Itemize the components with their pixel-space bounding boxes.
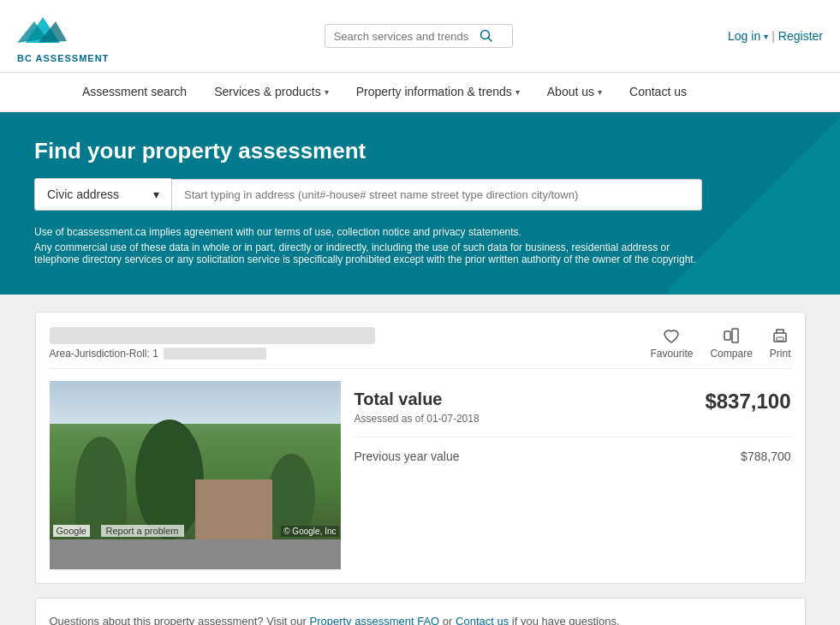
- main-content: Area-Jurisdiction-Roll: 1 Favourite: [35, 312, 806, 625]
- chevron-down-icon: ▾: [598, 87, 602, 97]
- nav-item-about-us[interactable]: About us ▾: [533, 73, 616, 110]
- or-text: or: [443, 615, 453, 625]
- total-value-amount: $837,100: [705, 390, 790, 414]
- nav-label: About us: [547, 85, 594, 98]
- sky-graphic: [50, 381, 341, 424]
- svg-rect-5: [724, 331, 730, 340]
- total-value-label-group: Total value Assessed as of 01-07-2018: [354, 390, 480, 425]
- building-graphic: [195, 479, 272, 539]
- property-header: Area-Jurisdiction-Roll: 1 Favourite: [50, 326, 791, 369]
- total-value-label: Total value: [354, 390, 480, 409]
- chevron-down-icon: ▾: [515, 87, 520, 97]
- google-copyright: © Google, Inc: [281, 526, 338, 537]
- address-search-input[interactable]: [171, 179, 702, 211]
- nav-item-assessment-search[interactable]: Assessment search: [69, 73, 200, 110]
- compare-label: Compare: [710, 348, 752, 360]
- nav-item-services-products[interactable]: Services & products ▾: [200, 73, 343, 110]
- nav-label: Contact us: [629, 85, 687, 98]
- compare-button[interactable]: Compare: [710, 326, 752, 360]
- road-graphic: [50, 539, 341, 569]
- svg-rect-8: [777, 337, 783, 341]
- bc-assessment-logo: [17, 9, 69, 51]
- prev-year-label: Previous year value: [354, 449, 460, 463]
- nav-label: Property information & trends: [356, 85, 512, 98]
- nav-label: Services & products: [214, 85, 321, 98]
- disclaimer-line1: Use of bcassessment.ca implies agreement…: [34, 226, 702, 238]
- google-label: Google: [53, 525, 90, 537]
- property-address-info: Area-Jurisdiction-Roll: 1: [50, 327, 375, 360]
- global-search-input[interactable]: [334, 30, 480, 43]
- print-button[interactable]: Print: [770, 326, 791, 360]
- info-section: Questions about this property assessment…: [35, 598, 806, 625]
- global-search-bar[interactable]: [325, 24, 513, 48]
- previous-value-row: Previous year value $788,700: [354, 449, 791, 463]
- hero-disclaimer: Use of bcassessment.ca implies agreement…: [34, 226, 702, 265]
- address-type-label: Civic address: [47, 188, 119, 201]
- compare-icon: [722, 326, 741, 345]
- address-type-select[interactable]: Civic address ▾: [34, 178, 171, 211]
- tree-graphic-2: [135, 420, 204, 539]
- report-problem-link[interactable]: Report a problem: [101, 525, 184, 537]
- chevron-down-icon: ▾: [153, 188, 159, 201]
- property-search-row: Civic address ▾: [34, 178, 702, 211]
- contact-us-link[interactable]: Contact us: [456, 615, 509, 625]
- favourite-label: Favourite: [650, 348, 693, 360]
- svg-rect-6: [732, 329, 738, 342]
- faq-paragraph: Questions about this property assessment…: [50, 612, 791, 625]
- login-link[interactable]: Log in: [728, 29, 760, 43]
- tree-graphic-1: [75, 437, 127, 539]
- print-label: Print: [770, 348, 791, 360]
- site-header: BC ASSESSMENT Log in ▾ | Register: [0, 0, 840, 73]
- hero-section: Find your property assessment Civic addr…: [0, 112, 840, 295]
- property-card: Area-Jurisdiction-Roll: 1 Favourite: [35, 312, 806, 584]
- faq-link[interactable]: Property assessment FAQ: [309, 615, 439, 625]
- chevron-down-icon: ▾: [325, 87, 329, 97]
- total-value-section: Total value Assessed as of 01-07-2018 $8…: [354, 390, 791, 438]
- value-info-panel: Total value Assessed as of 01-07-2018 $8…: [354, 381, 791, 569]
- nav-item-property-info[interactable]: Property information & trends ▾: [343, 73, 533, 110]
- print-icon: [771, 326, 789, 345]
- main-nav: Assessment search Services & products ▾ …: [0, 73, 840, 112]
- property-street-view: Google Report a problem © Google, Inc: [50, 381, 341, 569]
- register-link[interactable]: Register: [778, 29, 823, 43]
- nav-label: Assessment search: [82, 85, 187, 98]
- disclaimer-line2: Any commercial use of these data in whol…: [34, 241, 702, 265]
- hero-title: Find your property assessment: [34, 138, 823, 164]
- auth-links: Log in ▾ | Register: [728, 29, 823, 43]
- heart-icon: [662, 326, 681, 345]
- logo-area: BC ASSESSMENT: [17, 9, 109, 63]
- property-actions: Favourite Compare Print: [650, 326, 790, 360]
- property-roll-label: Area-Jurisdiction-Roll: 1: [50, 348, 158, 360]
- faq-text: Questions about this property assessment…: [50, 615, 307, 625]
- after-contact-text: if you have questions.: [512, 615, 620, 625]
- search-icon: [480, 29, 493, 43]
- assessed-date: Assessed as of 01-07-2018: [354, 413, 480, 425]
- property-address-blurred: [50, 327, 375, 344]
- nav-item-contact-us[interactable]: Contact us: [616, 73, 700, 110]
- favourite-button[interactable]: Favourite: [650, 326, 693, 360]
- prev-year-amount: $788,700: [741, 449, 790, 463]
- property-body: Google Report a problem © Google, Inc To…: [50, 381, 791, 569]
- login-caret: ▾: [764, 32, 768, 41]
- svg-line-4: [488, 39, 491, 42]
- logo-text: BC ASSESSMENT: [17, 53, 109, 63]
- property-roll-blurred: [164, 348, 266, 360]
- auth-divider: |: [771, 29, 775, 43]
- street-scene-graphic: [50, 381, 341, 569]
